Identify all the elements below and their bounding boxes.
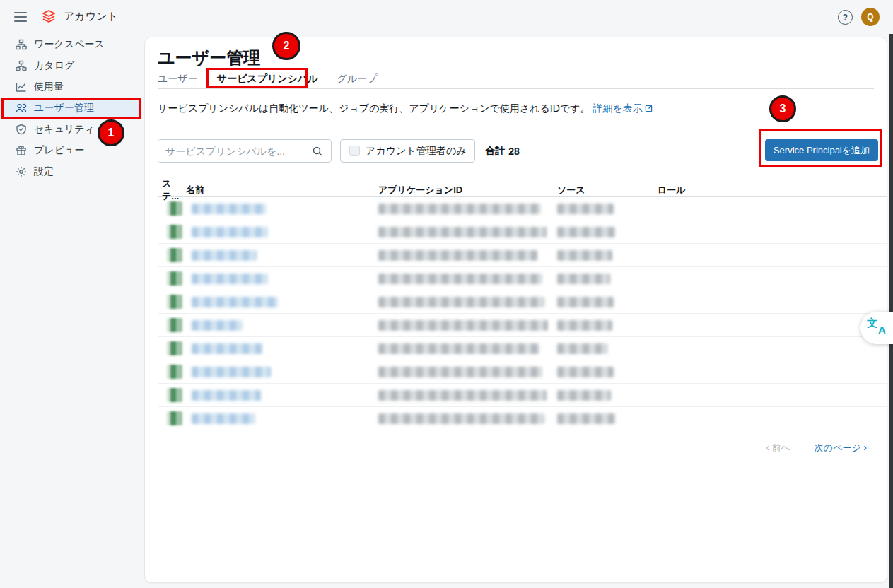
gift-icon [16, 145, 27, 156]
redacted-name [192, 413, 255, 424]
redacted-application-id [378, 227, 547, 237]
status-active-icon [167, 365, 182, 379]
table-row[interactable] [158, 197, 887, 220]
table-row[interactable] [158, 360, 887, 384]
annotation-badge-3: 3 [769, 95, 796, 122]
redacted-application-id [378, 274, 542, 284]
status-active-icon [167, 201, 182, 216]
table-row[interactable] [158, 290, 887, 314]
sidebar-item-label: プレビュー [34, 144, 84, 157]
list-controls: アカウント管理者のみ 合計 28 [158, 139, 520, 163]
shield-icon [16, 124, 27, 135]
total-count: 合計 28 [485, 145, 520, 158]
table-row[interactable] [158, 407, 887, 430]
status-active-icon [167, 295, 182, 309]
status-active-icon [167, 248, 182, 262]
annotation-box-tab [206, 68, 308, 88]
sidebar-item-usage[interactable]: 使用量 [4, 76, 140, 98]
previous-page-button[interactable]: ‹ 前へ [766, 442, 790, 454]
redacted-application-id [378, 250, 537, 261]
redacted-name [192, 343, 262, 354]
table-row[interactable] [158, 314, 887, 337]
total-value: 28 [508, 146, 520, 157]
catalog-icon [16, 60, 27, 71]
redacted-name [192, 297, 278, 307]
redacted-source [557, 343, 608, 354]
status-active-icon [167, 225, 182, 239]
redacted-name [192, 367, 271, 377]
redacted-name [192, 227, 268, 237]
external-link-icon [645, 105, 653, 112]
redacted-name [192, 320, 243, 331]
redacted-application-id [378, 320, 548, 331]
redacted-source [557, 297, 614, 307]
redacted-source [557, 250, 612, 261]
sidebar-item-label: ワークスペース [34, 38, 105, 51]
table-row[interactable] [158, 220, 887, 244]
sidebar-item-label: セキュリティ [34, 123, 95, 136]
redacted-name [192, 274, 268, 284]
redacted-application-id [378, 390, 547, 401]
service-principal-table: ステ... 名前 アプリケーションID ソース ロール [158, 177, 887, 430]
column-header-source: ソース [557, 184, 658, 196]
chart-icon [16, 81, 27, 93]
help-icon[interactable]: ? [838, 10, 853, 25]
redacted-name [192, 204, 266, 214]
table-row[interactable] [158, 267, 887, 290]
search-group [158, 139, 332, 163]
description-body: サービスプリンシパルは自動化ツール、ジョブの実行、アプリケーションで使用されるI… [158, 102, 590, 114]
table-body [158, 197, 887, 430]
redacted-application-id [378, 343, 539, 354]
hamburger-menu-icon[interactable] [14, 12, 27, 22]
annotation-badge-2: 2 [272, 32, 300, 60]
column-header-status: ステ... [158, 177, 186, 203]
account-admin-filter[interactable]: アカウント管理者のみ [340, 139, 475, 163]
table-row[interactable] [158, 244, 887, 267]
redacted-source [557, 227, 615, 237]
redacted-source [557, 413, 615, 424]
top-bar: アカウント ? Q [0, 0, 893, 34]
redacted-application-id [378, 204, 541, 214]
translate-widget[interactable]: 文 A [860, 312, 893, 344]
redacted-source [557, 320, 612, 331]
description-text: サービスプリンシパルは自動化ツール、ジョブの実行、アプリケーションで使用されるI… [158, 102, 653, 115]
sidebar-item-label: 使用量 [34, 81, 64, 93]
redacted-application-id [378, 297, 544, 307]
gear-icon [16, 166, 27, 177]
column-header-application-id: アプリケーションID [378, 184, 557, 196]
status-active-icon [167, 341, 182, 355]
sidebar-item-label: カタログ [34, 59, 74, 72]
status-active-icon [167, 318, 182, 332]
checkbox[interactable] [349, 146, 360, 156]
user-avatar[interactable]: Q [861, 8, 880, 26]
table-row[interactable] [158, 384, 887, 407]
next-page-button[interactable]: 次のページ › [815, 442, 867, 454]
redacted-name [192, 250, 257, 261]
tab-users[interactable]: ユーザー [158, 73, 198, 88]
sidebar-item-workspaces[interactable]: ワークスペース [4, 34, 140, 55]
table-header-row: ステ... 名前 アプリケーションID ソース ロール [158, 177, 887, 197]
search-button[interactable] [303, 140, 331, 162]
translate-icon: 文 [867, 317, 877, 330]
redacted-source [557, 204, 614, 214]
details-link[interactable]: 詳細を表示 [593, 102, 652, 114]
sidebar-item-catalog[interactable]: カタログ [4, 55, 140, 76]
sidebar-item-settings[interactable]: 設定 [4, 161, 140, 182]
column-header-role: ロール [658, 184, 887, 196]
app-title: アカウント [64, 10, 118, 23]
status-active-icon [167, 271, 182, 286]
sidebar-item-label: 設定 [34, 165, 54, 178]
search-input[interactable] [158, 140, 303, 162]
table-row[interactable] [158, 337, 887, 360]
page-title: ユーザー管理 [158, 47, 260, 69]
checkbox-label: アカウント管理者のみ [366, 145, 466, 158]
search-icon [312, 146, 323, 157]
status-active-icon [167, 411, 182, 425]
window-edge-strip [889, 34, 893, 588]
tab-groups[interactable]: グループ [337, 73, 378, 88]
redacted-source [557, 390, 611, 401]
column-header-name: 名前 [186, 184, 378, 196]
redacted-application-id [378, 367, 542, 377]
databricks-logo-icon [40, 8, 57, 25]
pagination: ‹ 前へ 次のページ › [766, 442, 867, 454]
